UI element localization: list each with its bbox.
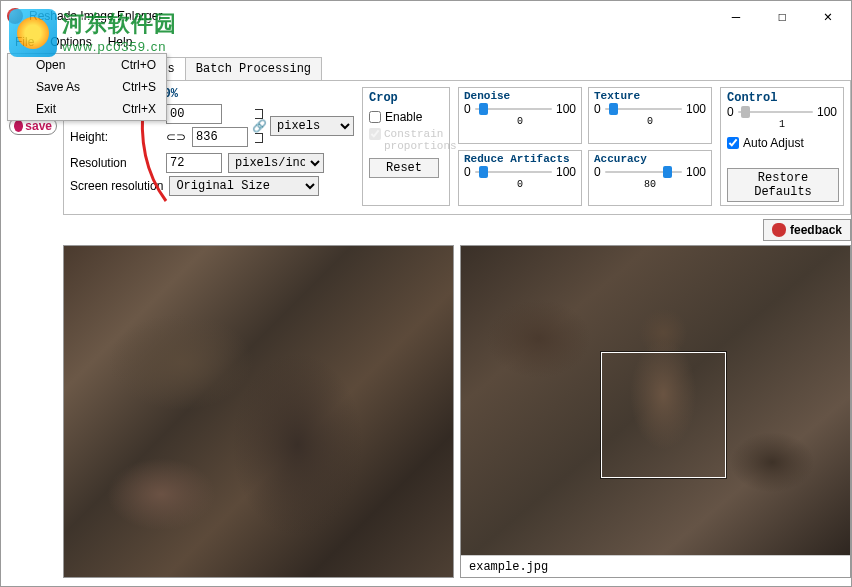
minimize-button[interactable]: ―: [713, 1, 759, 31]
sliders-grid: Denoise 0100 0 Texture 0100 0 Reduce Art…: [458, 87, 712, 206]
feedback-button[interactable]: feedback: [763, 219, 851, 241]
control-value: 1: [727, 119, 837, 130]
titlebar: Reshade Image Enlarger ― ☐ ✕: [1, 1, 851, 31]
preview-right[interactable]: example.jpg: [460, 245, 851, 578]
preview-area: example.jpg: [63, 245, 851, 578]
menu-options[interactable]: Options: [42, 33, 99, 51]
denoise-value: 0: [464, 116, 576, 127]
menubar: File Options Help: [1, 31, 851, 53]
reduce-value: 0: [464, 179, 576, 190]
screenres-select[interactable]: Original Size: [169, 176, 319, 196]
crop-title: Crop: [369, 91, 443, 105]
accuracy-slider[interactable]: [605, 165, 682, 179]
control-group: Control 0100 1 Auto Adjust Restore Defau…: [720, 87, 844, 206]
crop-group: Crop Enable Constrainproportions Reset: [362, 87, 450, 206]
menu-shortcut: Ctrl+X: [122, 102, 156, 116]
height-label: Height:: [70, 130, 160, 144]
status-filename: example.jpg: [461, 555, 850, 577]
tab-batch-processing[interactable]: Batch Processing: [185, 57, 322, 80]
app-icon: [7, 8, 23, 24]
auto-adjust-checkbox[interactable]: Auto Adjust: [727, 136, 837, 150]
menu-label: Save As: [36, 80, 80, 94]
file-menu-dropdown: Open Ctrl+O Save As Ctrl+S Exit Ctrl+X: [7, 53, 167, 121]
accuracy-group: Accuracy 0100 80: [588, 150, 712, 207]
menu-file[interactable]: File: [7, 33, 42, 51]
reduce-slider[interactable]: [475, 165, 552, 179]
menu-shortcut: Ctrl+S: [122, 80, 156, 94]
resolution-label: Resolution: [70, 156, 160, 170]
link-icon: ⊂⊃: [166, 130, 186, 144]
accuracy-value: 80: [594, 179, 706, 190]
constrain-checkbox: [369, 128, 381, 140]
resunit-select[interactable]: pixels/inch: [228, 153, 324, 173]
control-slider[interactable]: [738, 105, 813, 119]
screenres-label: Screen resolution: [70, 179, 163, 193]
menu-shortcut: Ctrl+O: [121, 58, 156, 72]
reduce-artifacts-group: Reduce Artifacts 0100 0: [458, 150, 582, 207]
resolution-input[interactable]: [166, 153, 222, 173]
selection-rectangle[interactable]: [601, 352, 725, 478]
unit-select[interactable]: pixels: [270, 116, 354, 136]
menu-label: Open: [36, 58, 65, 72]
options-panel: s: 2.51M - 100% Height:⊂⊃ 🔗 pixels Resol…: [63, 81, 851, 215]
height-input[interactable]: [192, 127, 248, 147]
menu-item-saveas[interactable]: Save As Ctrl+S: [8, 76, 166, 98]
save-icon: [14, 120, 23, 132]
window-title: Reshade Image Enlarger: [29, 9, 713, 23]
width-input[interactable]: [166, 104, 222, 124]
crop-reset-button[interactable]: Reset: [369, 158, 439, 178]
texture-group: Texture 0100 0: [588, 87, 712, 144]
preview-right-image: [461, 246, 850, 555]
bug-icon: [772, 223, 786, 237]
aspect-link-icon[interactable]: 🔗: [252, 109, 266, 143]
denoise-slider[interactable]: [475, 102, 552, 116]
preview-left-image: [64, 246, 453, 577]
denoise-group: Denoise 0100 0: [458, 87, 582, 144]
menu-help[interactable]: Help: [100, 33, 141, 51]
crop-enable-checkbox[interactable]: Enable: [369, 110, 443, 124]
menu-item-open[interactable]: Open Ctrl+O: [8, 54, 166, 76]
sidebar: open save: [9, 57, 57, 578]
texture-slider[interactable]: [605, 102, 682, 116]
menu-item-exit[interactable]: Exit Ctrl+X: [8, 98, 166, 120]
restore-defaults-button[interactable]: Restore Defaults: [727, 168, 839, 202]
close-button[interactable]: ✕: [805, 1, 851, 31]
tabs: vanced Options Batch Processing: [63, 57, 851, 81]
menu-label: Exit: [36, 102, 56, 116]
texture-value: 0: [594, 116, 706, 127]
maximize-button[interactable]: ☐: [759, 1, 805, 31]
preview-left[interactable]: [63, 245, 454, 578]
